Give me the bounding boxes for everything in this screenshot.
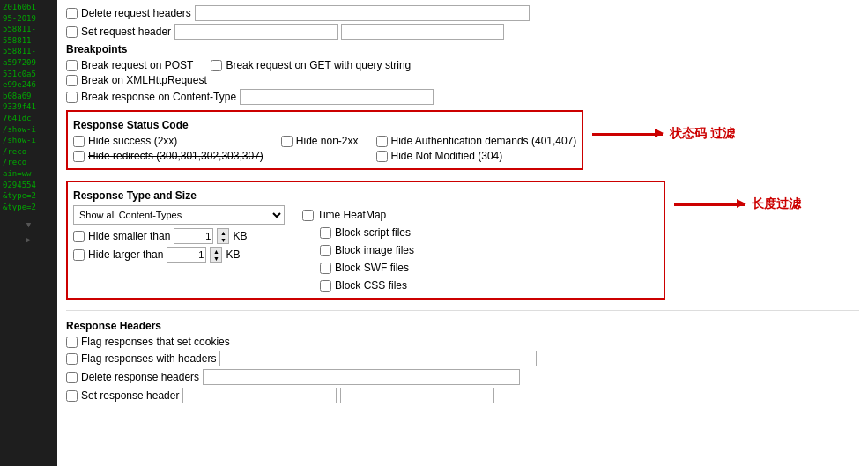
hide-smaller-checkbox[interactable] — [73, 231, 85, 242]
hide-not-modified-checkbox[interactable] — [376, 151, 388, 162]
block-css-label: Block CSS files — [335, 279, 407, 292]
hide-larger-down[interactable]: ▼ — [211, 255, 221, 262]
sidebar-line: /show-i — [3, 135, 55, 146]
sidebar-line: &type=2 — [3, 190, 55, 202]
break-on-content-type-row: Break response on Content-Type — [66, 89, 859, 105]
set-response-header-row: Set response header — [66, 388, 859, 403]
status-code-arrow-line — [592, 133, 663, 136]
flag-cookies-label: Flag responses that set cookies — [81, 336, 230, 348]
hide-smaller-input[interactable] — [174, 228, 213, 244]
break-on-content-type-checkbox[interactable] — [66, 92, 78, 103]
break-on-xmlhttp-checkbox[interactable] — [66, 75, 78, 86]
sidebar-line: /reco — [3, 146, 55, 158]
set-response-header-input1[interactable] — [182, 388, 337, 403]
break-on-xmlhttp-label: Break on XMLHttpRequest — [81, 74, 207, 86]
hide-success-row: Hide success (2xx) — [73, 135, 263, 147]
hide-redirects-row: Hide redirects (300,301,302,303,307) — [73, 150, 263, 162]
delete-request-headers-input[interactable] — [195, 5, 530, 21]
hide-success-label: Hide success (2xx) — [88, 135, 177, 147]
break-on-xmlhttp-row: Break on XMLHttpRequest — [66, 74, 859, 86]
set-response-header-checkbox[interactable] — [66, 390, 78, 402]
hide-larger-input[interactable] — [167, 247, 206, 263]
time-heatmap-checkbox[interactable] — [302, 210, 314, 221]
hide-auth-label: Hide Authentication demands (401,407) — [391, 135, 577, 147]
hide-smaller-spinner[interactable]: ▲ ▼ — [217, 228, 229, 244]
sidebar-line: b08a69 — [3, 91, 55, 102]
dropdown-row: Show all Content-Types — [73, 205, 285, 225]
hide-larger-checkbox[interactable] — [73, 249, 85, 261]
hide-larger-up[interactable]: ▲ — [211, 248, 221, 255]
type-size-right: Time HeatMap Block script files Block im… — [302, 205, 414, 294]
hide-smaller-down[interactable]: ▼ — [218, 236, 228, 243]
sidebar-line: /show-i — [3, 124, 55, 136]
set-request-header-label: Set request header — [81, 26, 171, 38]
delete-response-headers-input[interactable] — [203, 369, 520, 385]
sidebar-line: 558811- — [3, 35, 55, 47]
hide-success-checkbox[interactable] — [73, 136, 85, 147]
delete-response-headers-checkbox[interactable] — [66, 372, 78, 383]
break-on-post-label: Break request on POST — [81, 59, 193, 71]
hide-not-modified-label: Hide Not Modified (304) — [391, 150, 503, 162]
sidebar-line: 531c0a5 — [3, 69, 55, 80]
time-heatmap-label: Time HeatMap — [317, 209, 386, 221]
flag-cookies-row: Flag responses that set cookies — [66, 336, 859, 348]
flag-cookies-checkbox[interactable] — [66, 337, 78, 348]
hide-auth-checkbox[interactable] — [376, 136, 388, 147]
block-image-label: Block image files — [335, 244, 414, 256]
time-heatmap-row: Time HeatMap — [302, 209, 414, 221]
sidebar-line: 558811- — [3, 46, 55, 57]
flag-with-headers-input[interactable] — [219, 351, 537, 366]
hide-non2xx-checkbox[interactable] — [281, 136, 293, 147]
block-script-checkbox[interactable] — [320, 227, 331, 239]
delete-request-headers-label: Delete request headers — [81, 7, 191, 19]
delete-request-headers-checkbox[interactable] — [66, 8, 78, 19]
set-response-header-label: Set response header — [81, 389, 179, 402]
type-size-arrow-head — [737, 199, 746, 208]
response-headers-section: Response Headers Flag responses that set… — [66, 310, 859, 403]
hide-smaller-label: Hide smaller than — [88, 230, 170, 242]
hide-non2xx-row: Hide non-2xx — [281, 135, 359, 147]
block-swf-row: Block SWF files — [320, 262, 414, 274]
main-panel: Delete request headers Set request heade… — [57, 0, 868, 466]
response-status-code-title: Response Status Code — [73, 119, 576, 131]
type-size-annotation: 长度过滤 — [674, 196, 801, 212]
set-request-header-input2[interactable] — [341, 24, 504, 40]
type-size-annotation-text: 长度过滤 — [752, 196, 801, 212]
set-response-header-input2[interactable] — [340, 388, 494, 403]
block-swf-checkbox[interactable] — [320, 263, 331, 274]
type-size-inner: Show all Content-Types Hide smaller than… — [73, 205, 658, 294]
hide-not-modified-row: Hide Not Modified (304) — [376, 150, 577, 162]
hide-smaller-up[interactable]: ▲ — [218, 229, 228, 236]
content-type-dropdown[interactable]: Show all Content-Types — [73, 205, 285, 225]
sidebar-line: a597209 — [3, 57, 55, 69]
response-type-size-title: Response Type and Size — [73, 189, 658, 202]
set-request-header-input1[interactable] — [174, 24, 338, 40]
break-on-content-type-label: Break response on Content-Type — [81, 91, 236, 103]
sidebar-line: ain=ww — [3, 168, 55, 180]
hide-larger-label: Hide larger than — [88, 248, 163, 261]
block-css-checkbox[interactable] — [320, 280, 331, 292]
break-on-post-checkbox[interactable] — [66, 60, 78, 71]
sidebar-line: e99e246 — [3, 79, 55, 91]
response-status-code-area: Response Status Code Hide success (2xx) … — [66, 110, 859, 175]
block-swf-label: Block SWF files — [335, 262, 409, 274]
sidebar-line: 7641dc — [3, 113, 55, 124]
hide-redirects-checkbox[interactable] — [73, 151, 85, 162]
break-on-get-checkbox[interactable] — [211, 60, 222, 71]
hide-larger-spinner[interactable]: ▲ ▼ — [210, 247, 222, 263]
status-code-rows: Hide success (2xx) Hide redirects (300,3… — [73, 135, 576, 165]
flag-with-headers-checkbox[interactable] — [66, 353, 78, 365]
flag-with-headers-label: Flag responses with headers — [81, 352, 216, 365]
sidebar-line: &type=2 — [3, 202, 55, 213]
hide-auth-row: Hide Authentication demands (401,407) — [376, 135, 577, 147]
sidebar-line: 558811- — [3, 24, 55, 35]
hide-larger-row: Hide larger than ▲ ▼ KB — [73, 247, 285, 263]
block-image-checkbox[interactable] — [320, 245, 331, 256]
break-on-content-type-input[interactable] — [240, 89, 434, 105]
delete-response-headers-row: Delete response headers — [66, 369, 859, 385]
delete-request-headers-row: Delete request headers — [66, 5, 859, 21]
set-request-header-checkbox[interactable] — [66, 26, 78, 38]
hide-smaller-row: Hide smaller than ▲ ▼ KB — [73, 228, 285, 244]
delete-response-headers-label: Delete response headers — [81, 371, 199, 383]
sidebar-line: 0294554 — [3, 180, 55, 191]
